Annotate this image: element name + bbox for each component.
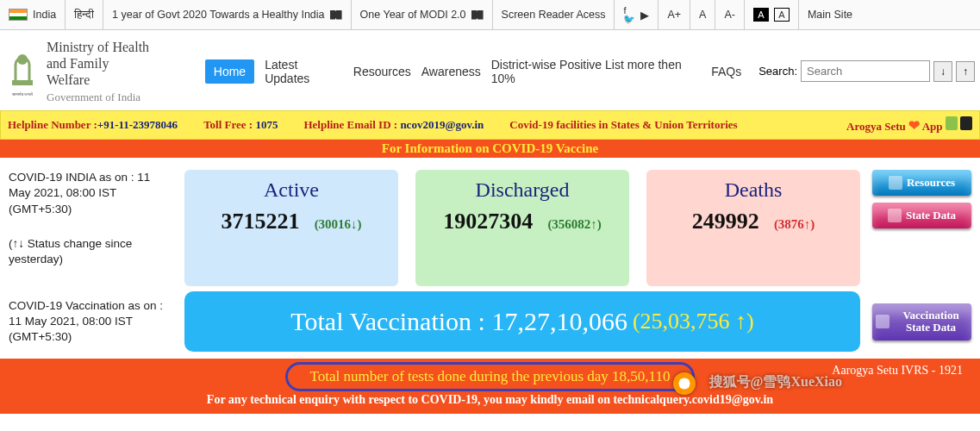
vaccination-state-data-button[interactable]: Vaccination State Data bbox=[872, 303, 971, 340]
vaccination-asof: COVID-19 Vaccination as on : 11 May 2021… bbox=[9, 298, 172, 346]
ministry-line3: Government of India bbox=[47, 91, 153, 104]
main-nav: Home Latest Updates Resources Awareness … bbox=[205, 58, 741, 85]
side-buttons-2: Vaccination State Data bbox=[872, 303, 971, 340]
site-header: सत्यमेव जयते Ministry of Health and Fami… bbox=[0, 30, 980, 110]
change-note: (↑↓ Status change since yesterday) bbox=[9, 236, 172, 267]
vaccination-label: Total Vaccination : 17,27,10,066 bbox=[290, 307, 627, 336]
social-links[interactable]: f🐦▶ bbox=[615, 0, 659, 30]
helpline-email: Helpline Email ID : ncov2019@gov.in bbox=[303, 118, 484, 132]
helpline-number: Helpline Number :+91-11-23978046 bbox=[8, 118, 178, 132]
nav-district-list[interactable]: District-wise Positive List more then 10… bbox=[491, 58, 701, 85]
india-flag-icon bbox=[9, 9, 28, 21]
arogya-ivrs: Aarogya Setu IVRS - 1921 bbox=[832, 364, 963, 378]
book-icon bbox=[471, 10, 484, 20]
active-card: Active 3715221 (30016↓) bbox=[184, 170, 398, 286]
as-of-text: COVID-19 INDIA as on : 11 May 2021, 08:0… bbox=[9, 170, 172, 217]
total-vaccination-bar: Total Vaccination : 17,27,10,066 (25,03,… bbox=[184, 291, 860, 352]
deaths-delta: (3876↑) bbox=[774, 217, 815, 232]
deaths-count: 249992 bbox=[692, 209, 759, 234]
apple-icon[interactable] bbox=[960, 116, 972, 130]
contrast-light[interactable]: A bbox=[774, 8, 790, 22]
sort-up-button[interactable]: ↑ bbox=[956, 61, 975, 82]
screen-reader-link[interactable]: Screen Reader Acess bbox=[493, 0, 615, 30]
sort-down-button[interactable]: ↓ bbox=[933, 61, 952, 82]
discharged-card: Discharged 19027304 (356082↑) bbox=[415, 170, 629, 286]
svg-rect-0 bbox=[12, 80, 33, 85]
lang-hindi[interactable]: हिन्दी bbox=[66, 0, 103, 30]
ministry-line1: Ministry of Health bbox=[47, 39, 153, 55]
emblem-icon: सत्यमेव जयते bbox=[5, 46, 40, 97]
vaccination-section: COVID-19 Vaccination as on : 11 May 2021… bbox=[0, 286, 980, 352]
active-count: 3715221 bbox=[221, 209, 299, 234]
ministry-title: Ministry of Health and Family Welfare Go… bbox=[47, 39, 153, 103]
nav-faqs[interactable]: FAQs bbox=[711, 65, 741, 78]
arogya-setu-app[interactable]: Arogya Setu ❤ App bbox=[846, 116, 972, 134]
svg-point-1 bbox=[17, 54, 28, 65]
book-icon bbox=[330, 10, 342, 20]
side-buttons: Resources State Data bbox=[872, 170, 971, 286]
contrast-toggles: A A bbox=[745, 0, 799, 30]
stats-meta: COVID-19 INDIA as on : 11 May 2021, 08:0… bbox=[9, 170, 172, 286]
nav-latest-updates[interactable]: Latest Updates bbox=[265, 58, 343, 85]
state-data-button[interactable]: State Data bbox=[872, 203, 971, 228]
toll-free: Toll Free : 1075 bbox=[203, 118, 278, 132]
helpline-bar: Helpline Number :+91-11-23978046 Toll Fr… bbox=[0, 110, 980, 140]
resources-icon bbox=[889, 176, 902, 190]
discharged-delta: (356082↑) bbox=[547, 217, 602, 232]
country-selector[interactable]: India bbox=[0, 0, 66, 30]
watermark-text: 搜狐号@雪鸮XueXiao bbox=[709, 373, 842, 391]
nav-home[interactable]: Home bbox=[205, 59, 254, 84]
font-decrease[interactable]: A- bbox=[715, 0, 745, 30]
footer-banner: Total number of tests done during the pr… bbox=[0, 359, 980, 414]
active-title: Active bbox=[191, 178, 391, 202]
ministry-line2: and Family Welfare bbox=[47, 55, 153, 88]
technical-enquiry-text: For any technical enquiry with respect t… bbox=[7, 393, 973, 407]
discharged-count: 19027304 bbox=[443, 209, 533, 234]
vaccination-meta: COVID-19 Vaccination as on : 11 May 2021… bbox=[9, 298, 172, 346]
vaccination-delta: (25,03,756 ↑) bbox=[633, 309, 754, 334]
modi-2-label: One Year of MODI 2.0 bbox=[360, 9, 466, 21]
twitter-icon[interactable]: 🐦 bbox=[623, 15, 635, 23]
font-default[interactable]: A bbox=[690, 0, 715, 30]
nav-resources[interactable]: Resources bbox=[353, 65, 411, 78]
country-label: India bbox=[33, 9, 56, 21]
stat-cards: Active 3715221 (30016↓) Discharged 19027… bbox=[184, 170, 860, 286]
tests-count: Total number of tests done during the pr… bbox=[285, 362, 696, 391]
resources-button[interactable]: Resources bbox=[872, 170, 971, 196]
syringe-icon bbox=[876, 315, 889, 328]
search-group: Search: ↓ ↑ bbox=[758, 60, 975, 82]
gov-2020-link[interactable]: 1 year of Govt 2020 Towards a Healthy In… bbox=[103, 0, 351, 30]
main-site-link[interactable]: Main Site bbox=[799, 0, 861, 30]
facilities-link[interactable]: Covid-19 facilities in States & Union Te… bbox=[509, 118, 737, 132]
modi-2-link[interactable]: One Year of MODI 2.0 bbox=[352, 0, 493, 30]
android-icon[interactable] bbox=[946, 116, 958, 130]
active-delta: (30016↓) bbox=[315, 217, 362, 232]
deaths-card: Deaths 249992 (3876↑) bbox=[646, 170, 860, 286]
state-data-icon bbox=[888, 209, 902, 222]
svg-text:सत्यमेव जयते: सत्यमेव जयते bbox=[11, 91, 33, 97]
youtube-icon[interactable]: ▶ bbox=[640, 9, 649, 22]
utility-topbar: India हिन्दी 1 year of Govt 2020 Towards… bbox=[0, 0, 980, 30]
font-increase[interactable]: A+ bbox=[659, 0, 690, 30]
watermark-icon bbox=[673, 372, 696, 395]
vaccine-info-banner[interactable]: For Information on COVID-19 Vaccine bbox=[0, 140, 980, 158]
search-input[interactable] bbox=[801, 60, 930, 82]
heart-icon: ❤ bbox=[908, 118, 920, 133]
gov-2020-label: 1 year of Govt 2020 Towards a Healthy In… bbox=[112, 9, 324, 21]
stats-section: COVID-19 INDIA as on : 11 May 2021, 08:0… bbox=[0, 158, 980, 286]
contrast-dark[interactable]: A bbox=[753, 8, 769, 22]
search-label: Search: bbox=[758, 65, 797, 78]
nav-awareness[interactable]: Awareness bbox=[421, 65, 481, 78]
discharged-title: Discharged bbox=[422, 178, 622, 202]
deaths-title: Deaths bbox=[653, 178, 853, 202]
